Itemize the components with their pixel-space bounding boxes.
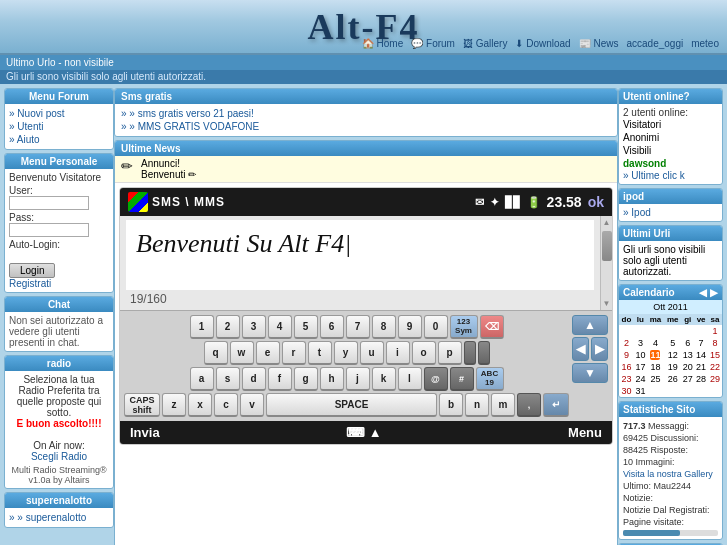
key-sym[interactable]: 123Sym [450,315,478,339]
key-2[interactable]: 2 [216,315,240,339]
keyboard-main: 1 2 3 4 5 6 7 8 9 0 123Sym ⌫ [124,315,569,419]
sms-link-2[interactable]: » MMS GRATIS VODAFONE [121,120,611,133]
key-k[interactable]: k [372,367,396,391]
key-0[interactable]: 0 [424,315,448,339]
ultime-news-title: Ultime News [115,141,617,156]
register-link[interactable]: Registrati [9,278,51,289]
key-g[interactable]: g [294,367,318,391]
key-b[interactable]: b [439,393,463,417]
key-at[interactable]: @ [424,367,448,391]
nav-accade[interactable]: accade_oggi [626,38,683,49]
online-dawsond[interactable]: dawsond [623,157,718,170]
stat-gallery-link[interactable]: Visita la nostra Gallery [623,468,718,480]
key-7[interactable]: 7 [346,315,370,339]
invia-label[interactable]: Invia [130,425,160,440]
key-a[interactable]: a [190,367,214,391]
key-w[interactable]: w [230,341,254,365]
sms-time: 23.58 [547,194,582,210]
nav-meteo[interactable]: meteo [691,38,719,49]
nav-forum[interactable]: 💬 Forum [411,38,455,49]
key-q[interactable]: q [204,341,228,365]
scroll-down-icon[interactable]: ▼ [603,299,611,308]
key-y[interactable]: y [334,341,358,365]
nav-home[interactable]: 🏠 Home [362,38,403,49]
key-u[interactable]: u [360,341,384,365]
menu-label[interactable]: Menu [568,425,602,440]
ipod-link[interactable]: » Ipod [623,207,718,218]
key-hash[interactable]: # [450,367,474,391]
sms-link-1[interactable]: » sms gratis verso 21 paesi! [121,107,611,120]
key-s[interactable]: s [216,367,240,391]
key-l[interactable]: l [398,367,422,391]
utenti-online-content: 2 utenti online: Visitatori Anonimi Visi… [619,104,722,184]
key-t[interactable]: t [308,341,332,365]
key-8[interactable]: 8 [372,315,396,339]
superenalotto-link[interactable]: » superenalotto [9,511,109,524]
key-9[interactable]: 9 [398,315,422,339]
sms-gratis-box: Sms gratis » sms gratis verso 21 paesi! … [114,88,618,137]
key-m[interactable]: m [491,393,515,417]
key-h[interactable]: h [320,367,344,391]
key-4[interactable]: 4 [268,315,292,339]
scroll-thumb[interactable] [602,231,612,261]
key-p[interactable]: p [438,341,462,365]
key-abc[interactable]: ABC19 [476,367,504,391]
key-space[interactable]: SPACE [266,393,437,417]
key-e[interactable]: e [256,341,280,365]
user-input[interactable] [9,196,89,210]
key-x[interactable]: x [188,393,212,417]
sidebar-utenti[interactable]: Utenti [9,120,109,133]
ultime-clic-link[interactable]: » Ultime clic k [623,170,718,181]
utenti-online-box: Utenti online? 2 utenti online: Visitato… [618,88,723,185]
pass-input[interactable] [9,223,89,237]
key-1[interactable]: 1 [190,315,214,339]
key-6[interactable]: 6 [320,315,344,339]
key-n[interactable]: n [465,393,489,417]
key-o[interactable]: o [412,341,436,365]
arrow-down-key[interactable]: ▼ [572,363,608,383]
stat-pages: Pagine visitate: [623,516,718,528]
sidebar-nuovi-post[interactable]: Nuovi post [9,107,109,120]
cal-th-do: do [619,314,634,325]
menu-personale-content: Benvenuto Visitatore User: Pass: Auto-Lo… [5,169,113,292]
arrow-right-key[interactable]: ▶ [591,337,608,361]
keyboard-wrapper: 1 2 3 4 5 6 7 8 9 0 123Sym ⌫ [120,310,612,421]
login-button[interactable]: Login [9,263,55,278]
pass-field-container: Pass: [9,212,109,237]
key-j[interactable]: j [346,367,370,391]
scroll-up-icon[interactable]: ▲ [603,218,611,227]
arrow-up-key[interactable]: ▲ [572,315,608,335]
center-content: Sms gratis » sms gratis verso 21 paesi! … [114,88,618,545]
chat-content: Non sei autorizzato a vedere gli utenti … [5,312,113,351]
key-f[interactable]: f [268,367,292,391]
sms-scrollbar[interactable]: ▲ ▼ [600,216,612,310]
calendario-nav[interactable]: ◀ ▶ [699,287,718,298]
welcome-text: Benvenuto Visitatore [9,172,109,183]
keyboard-icon[interactable]: ⌨ ▲ [346,425,381,440]
main-layout: Menu Forum Nuovi post Utenti Aiuto Menu … [0,84,727,545]
sms-message-text[interactable]: Benvenuti Su Alt F4| [126,220,594,290]
key-d[interactable]: d [242,367,266,391]
key-3[interactable]: 3 [242,315,266,339]
arrow-left-key[interactable]: ◀ [572,337,589,361]
key-comma[interactable]: , [517,393,541,417]
cal-week-4: 16171819202122 [619,361,722,373]
key-r[interactable]: r [282,341,306,365]
key-dark-2 [478,341,490,365]
sidebar-aiuto[interactable]: Aiuto [9,133,109,146]
key-z[interactable]: z [162,393,186,417]
nav-news[interactable]: 📰 News [579,38,619,49]
nav-gallery[interactable]: 🖼 Gallery [463,38,507,49]
key-enter[interactable]: ↵ [543,393,569,417]
radio-link[interactable]: Scegli Radio [31,451,87,462]
battery-icon: 🔋 [527,196,541,209]
key-row-asdf: a s d f g h j k l @ # ABC19 [124,367,569,391]
nav-download[interactable]: ⬇ Download [515,38,570,49]
key-c[interactable]: c [214,393,238,417]
key-v[interactable]: v [240,393,264,417]
key-i[interactable]: i [386,341,410,365]
key-caps-shift[interactable]: CAPSshift [124,393,160,417]
key-backspace[interactable]: ⌫ [480,315,504,339]
key-5[interactable]: 5 [294,315,318,339]
key-row-qwerty: q w e r t y u i o p [124,341,569,365]
